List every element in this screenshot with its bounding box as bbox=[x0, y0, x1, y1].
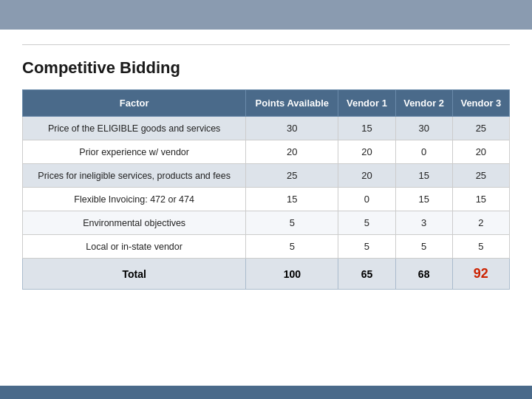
header-vendor3: Vendor 3 bbox=[452, 90, 509, 117]
row-factor: Prior experience w/ vendor bbox=[23, 140, 246, 164]
row-factor: Flexible Invoicing: 472 or 474 bbox=[23, 188, 246, 211]
table-row: Prior experience w/ vendor2020020 bbox=[23, 140, 510, 164]
row-cell: 30 bbox=[395, 117, 452, 140]
header-points: Points Available bbox=[246, 90, 338, 117]
row-cell: 20 bbox=[338, 164, 395, 188]
top-bar bbox=[0, 0, 532, 30]
row-factor: Local or in-state vendor bbox=[23, 235, 246, 259]
row-cell: 15 bbox=[395, 188, 452, 211]
row-cell: 25 bbox=[452, 164, 509, 188]
table-row: Price of the ELIGIBLE goods and services… bbox=[23, 117, 510, 140]
row-cell: 30 bbox=[246, 117, 338, 140]
row-cell: 15 bbox=[246, 188, 338, 211]
row-factor: Price of the ELIGIBLE goods and services bbox=[23, 117, 246, 140]
row-cell: 20 bbox=[338, 140, 395, 164]
row-cell: 3 bbox=[395, 211, 452, 235]
row-cell: 5 bbox=[338, 211, 395, 235]
row-factor: Environmental objectives bbox=[23, 211, 246, 235]
total-row: Total 100 65 68 92 bbox=[23, 259, 510, 290]
total-label: Total bbox=[23, 259, 246, 290]
row-cell: 20 bbox=[246, 140, 338, 164]
row-cell: 2 bbox=[452, 211, 509, 235]
divider bbox=[22, 44, 510, 45]
total-v1: 65 bbox=[338, 259, 395, 290]
total-v2: 68 bbox=[395, 259, 452, 290]
bidding-table: Factor Points Available Vendor 1 Vendor … bbox=[22, 89, 510, 290]
row-factor: Prices for ineligible services, products… bbox=[23, 164, 246, 188]
row-cell: 20 bbox=[452, 140, 509, 164]
page-title: Competitive Bidding bbox=[22, 58, 510, 78]
row-cell: 15 bbox=[338, 117, 395, 140]
total-v3: 92 bbox=[452, 259, 509, 290]
row-cell: 5 bbox=[452, 235, 509, 259]
header-vendor2: Vendor 2 bbox=[395, 90, 452, 117]
row-cell: 5 bbox=[338, 235, 395, 259]
header-vendor1: Vendor 1 bbox=[338, 90, 395, 117]
total-points: 100 bbox=[246, 259, 338, 290]
row-cell: 0 bbox=[395, 140, 452, 164]
bottom-bar bbox=[0, 386, 532, 399]
row-cell: 5 bbox=[246, 211, 338, 235]
table-row: Prices for ineligible services, products… bbox=[23, 164, 510, 188]
row-cell: 5 bbox=[395, 235, 452, 259]
row-cell: 15 bbox=[395, 164, 452, 188]
row-cell: 5 bbox=[246, 235, 338, 259]
row-cell: 15 bbox=[452, 188, 509, 211]
row-cell: 0 bbox=[338, 188, 395, 211]
table-row: Local or in-state vendor5555 bbox=[23, 235, 510, 259]
table-row: Environmental objectives5532 bbox=[23, 211, 510, 235]
header-factor: Factor bbox=[23, 90, 246, 117]
row-cell: 25 bbox=[246, 164, 338, 188]
table-row: Flexible Invoicing: 472 or 4741501515 bbox=[23, 188, 510, 211]
row-cell: 25 bbox=[452, 117, 509, 140]
